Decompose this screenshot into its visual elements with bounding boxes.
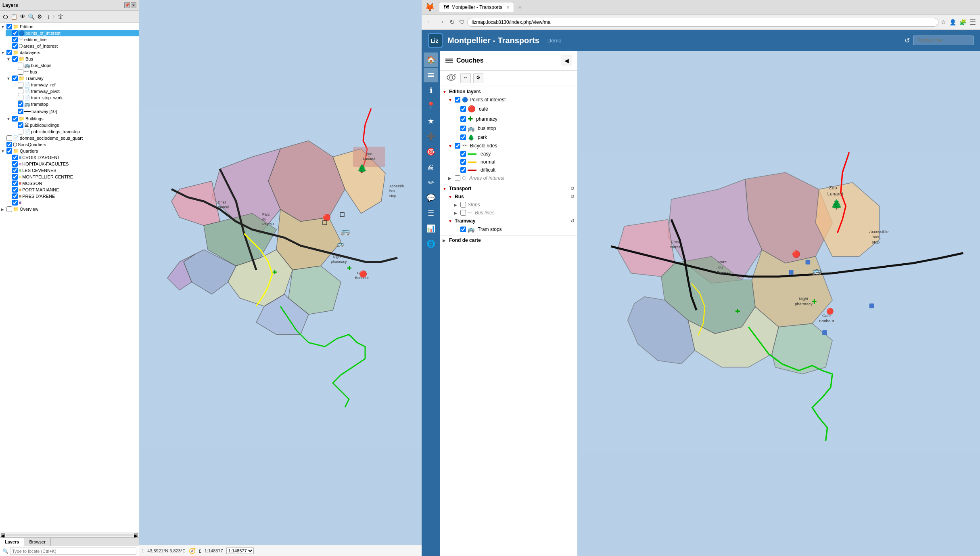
check-tram-stop-work[interactable] [18, 95, 23, 101]
couche-bicycle-group[interactable]: ▼ 〰 Bicycle rides [440, 142, 577, 150]
couche-easy-check[interactable] [460, 151, 466, 157]
hscroll-left[interactable]: ◀ [1, 533, 5, 537]
couche-difficult-check[interactable] [460, 167, 466, 173]
check-montpellier-centre[interactable] [12, 174, 18, 180]
extensions-icon[interactable]: 🧩 [959, 18, 967, 26]
couche-cafe-check[interactable] [460, 106, 466, 112]
check-mosson[interactable] [12, 180, 18, 186]
back-btn[interactable]: ← [425, 17, 435, 27]
check-edition[interactable] [6, 24, 12, 29]
scale-select[interactable]: 1:148577 [226, 548, 254, 554]
check-tramway-group[interactable] [12, 76, 18, 81]
toolbar-settings[interactable]: ⚙ [36, 13, 43, 20]
layer-pres-arene[interactable]: ■ PRES D'ARENE [6, 193, 139, 199]
couche-bus-transport-arrow[interactable]: ▼ [448, 195, 453, 199]
liz-btn-print[interactable]: 🖨 [424, 160, 438, 174]
layer-datalayers[interactable]: ▼ 📁 datalayers [0, 49, 139, 56]
couches-settings-btn[interactable]: ⚙ [473, 73, 483, 83]
toolbar-visibility[interactable]: 👁 [19, 13, 26, 20]
liz-btn-layers[interactable] [424, 68, 438, 82]
liz-btn-measure[interactable]: 💬 [424, 191, 438, 205]
couche-normal[interactable]: normal [440, 158, 577, 166]
layer-port-marianne[interactable]: ■ PORT MARIANNE [6, 187, 139, 193]
check-quartiers[interactable] [6, 148, 12, 154]
liz-btn-add[interactable]: ➕ [424, 129, 438, 144]
check-datalayers[interactable] [6, 50, 12, 55]
liz-btn-edit[interactable]: ✏ [424, 175, 438, 190]
liz-btn-home[interactable]: 🏠 [424, 52, 438, 67]
couche-bicycle-check[interactable] [455, 143, 460, 149]
bookmark-icon[interactable]: ☆ [940, 18, 947, 26]
couche-poi-arrow[interactable]: ▼ [448, 98, 453, 102]
layer-bus-group[interactable]: ▼ 📁 Bus [6, 56, 139, 62]
layer-points-of-interest[interactable]: 🔵 points_of_interest [6, 30, 139, 36]
couche-tram-stops-check[interactable] [460, 227, 466, 232]
check-tramway-pivot[interactable] [18, 88, 23, 94]
couche-bus-stop[interactable]: 🚌 bus stop [440, 124, 577, 133]
check-pres-arene[interactable] [12, 193, 18, 199]
liz-btn-locate[interactable]: 📍 [424, 99, 438, 113]
couche-pharmacy[interactable]: ✚ pharmacy [440, 114, 577, 124]
couche-fond-arrow[interactable]: ▶ [443, 238, 447, 243]
layer-edition-line[interactable]: 〰 edition_line [6, 36, 139, 43]
expand-datalayers[interactable]: ▼ [1, 50, 6, 55]
hscroll-right[interactable]: ▶ [134, 533, 138, 537]
check-hopitaux[interactable] [12, 161, 18, 167]
expand-edition[interactable]: ▼ [1, 25, 6, 29]
tab-close-btn[interactable]: ✕ [506, 5, 510, 10]
couche-bus-lines-check[interactable] [460, 210, 466, 216]
couche-poi-check[interactable] [455, 97, 460, 103]
couche-transport-refresh[interactable]: ↺ [570, 186, 575, 191]
layer-quartiers[interactable]: ▼ 📁 Quartiers [0, 148, 139, 154]
couche-difficult[interactable]: difficult [440, 166, 577, 174]
lizmap-map[interactable]: Zoo Lunaret 🌲 Chez marcel Parc du Peyrou… [577, 51, 980, 556]
check-cevennes[interactable] [12, 168, 18, 173]
tab-browser[interactable]: Browser [24, 538, 50, 546]
couche-bus-refresh[interactable]: ↺ [570, 194, 575, 199]
layer-tramway-ref[interactable]: 📄 tramway_ref [11, 82, 139, 88]
browser-tab-active[interactable]: 🗺 Montpellier - Transports ✕ [439, 2, 514, 12]
layer-publicbuildings[interactable]: 🏛 publicbuildings [11, 122, 139, 128]
toolbar-move-down[interactable]: ↓ [46, 13, 51, 20]
check-bus-stops[interactable] [18, 63, 23, 68]
lizmap-refresh-btn[interactable]: ↺ [905, 37, 910, 44]
couches-close-btn[interactable]: ◀ [561, 55, 572, 66]
layer-bus[interactable]: 〰 bus [11, 69, 139, 75]
couche-easy[interactable]: easy [440, 150, 577, 158]
layer-bus-stops[interactable]: 🚌 bus_stops [11, 62, 139, 69]
couche-tramway-refresh[interactable]: ↺ [570, 218, 575, 224]
layer-hopitaux[interactable]: ■ HOPITAUX-FACULTES [6, 161, 139, 167]
expand-buildings[interactable]: ▼ [6, 117, 12, 121]
couche-section-edition[interactable]: ▼ Edition layers [440, 88, 577, 96]
couche-bus-lines[interactable]: ▶ 〰 Bus lines [440, 209, 577, 217]
toolbar-filter[interactable]: 🔍 [27, 13, 36, 20]
couche-tramway-transport-arrow[interactable]: ▼ [448, 219, 453, 223]
liz-btn-globe[interactable]: 🌐 [424, 237, 438, 251]
layer-overview[interactable]: ▶ 📁 Overview [0, 206, 139, 212]
layer-tram-stop-work[interactable]: 📄 tram_stop_work [11, 94, 139, 101]
layer-buildings-group[interactable]: ▼ 📁 Buildings [6, 115, 139, 122]
user-profile-icon[interactable]: 👤 [949, 18, 957, 26]
layer-cevennes[interactable]: ■ LES CEVENNES [6, 167, 139, 174]
check-bus[interactable] [18, 69, 23, 75]
expand-overview[interactable]: ▶ [1, 207, 6, 212]
couche-stops[interactable]: ▶ Stops [440, 201, 577, 209]
tab-layers[interactable]: Layers [0, 538, 24, 546]
check-pb-tramstop[interactable] [18, 129, 23, 134]
toolbar-move-up[interactable]: ↑ [52, 13, 56, 20]
menu-icon[interactable]: ☰ [969, 17, 977, 27]
couches-expand-btn[interactable]: ↔ [460, 73, 471, 83]
layer-tramway-group[interactable]: ▼ 📁 Tramway [6, 75, 139, 82]
expand-tramway[interactable]: ▼ [6, 76, 12, 81]
couche-poi-group[interactable]: ▼ 🔵 Points of interest [440, 96, 577, 104]
layer-tramway[interactable]: — tramway [10] [11, 107, 139, 115]
url-input[interactable] [467, 18, 938, 27]
check-tramstop[interactable] [18, 101, 23, 107]
check-donnes[interactable] [6, 135, 12, 141]
check-poi[interactable] [12, 30, 18, 36]
couche-aoi[interactable]: ▶ ⬡ Areas of interest [440, 174, 577, 182]
couche-park-check[interactable] [460, 134, 466, 140]
couche-aoi-check[interactable] [455, 175, 460, 181]
layer-tramstop[interactable]: 🚌 tramstop [11, 101, 139, 107]
liz-btn-info[interactable]: ℹ [424, 83, 438, 98]
